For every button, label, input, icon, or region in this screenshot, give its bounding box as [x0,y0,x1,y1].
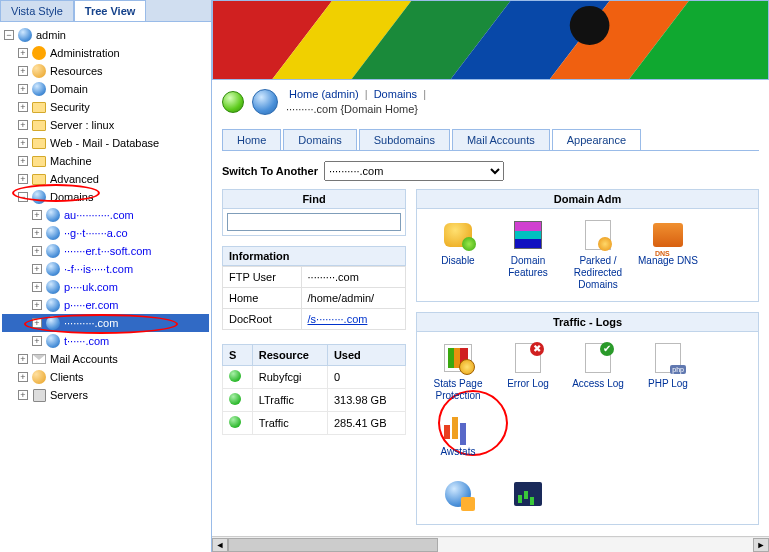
status-dot-icon [229,370,241,382]
tab-domains[interactable]: Domains [283,129,356,150]
tree-item[interactable]: +Administration [2,44,209,62]
tab-subdomains[interactable]: Subdomains [359,129,450,150]
tree-item[interactable]: +Resources [2,62,209,80]
switch-label: Switch To Another [222,165,318,177]
info-row: Home/home/admin/ [223,288,406,309]
status-dot-icon [229,393,241,405]
table-row: LTraffic313.98 GB [223,389,406,412]
banner [212,0,769,80]
btn-stats-protection[interactable]: Stats Page Protection [423,338,493,406]
world-icon [18,28,32,42]
info-head: Information [222,246,406,266]
tree-domain[interactable]: +··g··t·······a.co [2,224,209,242]
world-icon [46,262,60,276]
col-resource: Resource [252,345,327,366]
awstats-icon [444,413,472,439]
panel-head: Domain Adm [417,190,758,209]
tree-item[interactable]: +Domain [2,80,209,98]
tree-domain[interactable]: +p····uk.com [2,278,209,296]
scroll-track[interactable] [228,538,753,552]
switch-select[interactable]: ··········.com [324,161,504,181]
world-icon [46,316,60,330]
world-icon [46,208,60,222]
tab-mail-accounts[interactable]: Mail Accounts [452,129,550,150]
domain-icon [32,82,46,96]
scroll-thumb[interactable] [228,538,438,552]
domain-adm-panel: Domain Adm Disable Domain Features Parke… [416,189,759,302]
tree-item[interactable]: +Server : linux [2,116,209,134]
scroll-left-arrow[interactable]: ◄ [212,538,228,552]
page-title: ·········.com {Domain Home} [286,103,426,115]
tree-item[interactable]: +Servers [2,386,209,404]
main-tabs: Home Domains Subdomains Mail Accounts Ap… [222,129,759,151]
breadcrumb-home[interactable]: Home (admin) [289,88,359,100]
find-head: Find [222,189,406,209]
tree-item[interactable]: +Web - Mail - Database [2,134,209,152]
docroot-link[interactable]: /s·········.com [308,313,368,325]
col-used: Used [327,345,405,366]
tab-vista-style[interactable]: Vista Style [0,0,74,21]
dns-icon [653,223,683,247]
btn-extra2[interactable] [493,474,563,518]
btn-domain-features[interactable]: Domain Features [493,215,563,295]
folder-icon [32,156,46,167]
tree-domain[interactable]: +·······er.t···soft.com [2,242,209,260]
collapse-icon[interactable]: − [4,30,14,40]
tree-domain[interactable]: +p·····er.com [2,296,209,314]
tree-item[interactable]: +Mail Accounts [2,350,209,368]
folder-icon [32,120,46,131]
stats-icon [444,344,472,372]
info-table: FTP User·········.com Home/home/admin/ D… [222,266,406,330]
breadcrumb: Home (admin) | Domains | [286,88,426,100]
panel-head: Traffic - Logs [417,313,758,332]
tree-panel: Vista Style Tree View − admin +Administr… [0,0,212,552]
tree-item-domains[interactable]: −Domains [2,188,209,206]
btn-extra1[interactable] [423,474,493,518]
breadcrumb-row: Home (admin) | Domains | ·········.com {… [212,80,769,123]
info-row: DocRoot/s·········.com [223,309,406,330]
tab-tree-view[interactable]: Tree View [74,0,147,21]
btn-awstats[interactable]: Awstats [423,406,493,462]
tree-item[interactable]: +Machine [2,152,209,170]
find-input[interactable] [227,213,401,231]
tree-item[interactable]: +Advanced [2,170,209,188]
status-dot-icon [229,416,241,428]
world-icon [46,280,60,294]
breadcrumb-domains[interactable]: Domains [374,88,417,100]
tab-appearance[interactable]: Appearance [552,129,641,150]
btn-disable[interactable]: Disable [423,215,493,295]
btn-parked-domains[interactable]: Parked / Redirected Domains [563,215,633,295]
switch-row: Switch To Another ··········.com [222,161,759,181]
tree-domain-selected[interactable]: +··········.com [2,314,209,332]
tree-item[interactable]: +Clients [2,368,209,386]
horizontal-scrollbar[interactable]: ◄ ► [212,536,769,552]
tree-tabs: Vista Style Tree View [0,0,211,22]
svg-point-0 [570,6,610,45]
mail-icon [32,354,46,364]
table-row: Rubyfcgi0 [223,366,406,389]
btn-php-log[interactable]: PHP Log [633,338,703,406]
tab-home[interactable]: Home [222,129,281,150]
tree-domain[interactable]: +·-f···is·····t.com [2,260,209,278]
table-row: Traffic285.41 GB [223,412,406,435]
btn-manage-dns[interactable]: Manage DNS [633,215,703,295]
tree-root[interactable]: − admin [2,26,209,44]
tree-domain[interactable]: +au···········.com [2,206,209,224]
tree-body[interactable]: − admin +Administration +Resources +Doma… [0,22,211,550]
world-icon [252,89,278,115]
btn-access-log[interactable]: Access Log [563,338,633,406]
folder-icon [32,138,46,149]
server-icon [33,389,46,402]
world-icon [32,190,46,204]
scroll-right-arrow[interactable]: ► [753,538,769,552]
btn-error-log[interactable]: Error Log [493,338,563,406]
tree-root-label: admin [36,29,66,41]
info-row: FTP User·········.com [223,267,406,288]
resource-table: S Resource Used Rubyfcgi0 LTraffic313.98… [222,344,406,435]
folder-icon [32,102,46,113]
resources-icon [32,64,46,78]
content-panel: Home (admin) | Domains | ·········.com {… [212,0,769,552]
tree-domain[interactable]: +t······.com [2,332,209,350]
tree-item[interactable]: +Security [2,98,209,116]
admin-icon [32,46,46,60]
